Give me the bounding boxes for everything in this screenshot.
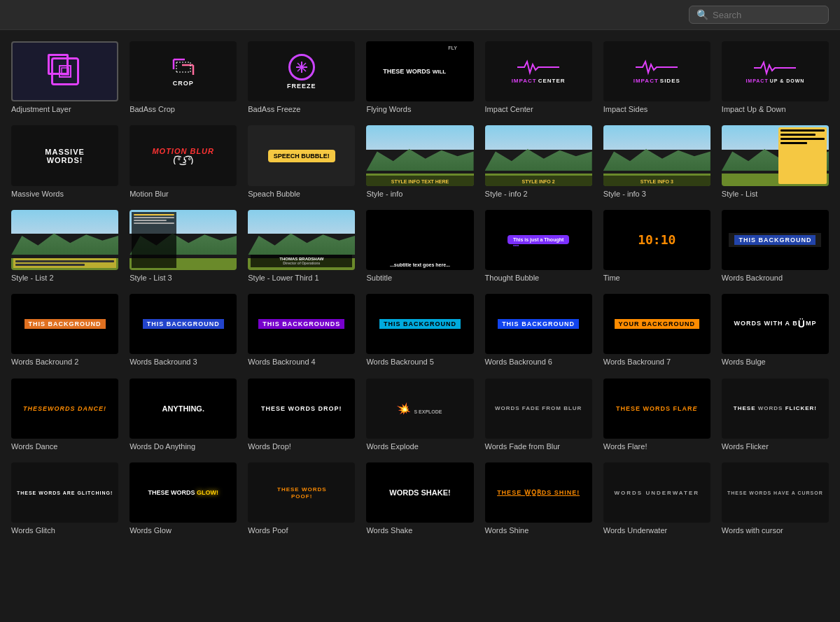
list-item[interactable]: THIS BACKGROUND Words Backround 6	[485, 294, 592, 367]
list-item[interactable]: THESE WORDS GLOW! Words Glow	[130, 462, 237, 535]
item-label: Style - info	[366, 189, 473, 199]
list-item[interactable]: WORDS FADE FROM BLUR Words Fade from Blu…	[485, 379, 592, 451]
item-label: Words Backround 7	[603, 357, 710, 367]
item-label: Words Backround 5	[366, 357, 473, 367]
list-item[interactable]: IMPACT UP & DOWN Impact Up & Down	[722, 41, 829, 114]
item-label: Words Backround 4	[248, 357, 355, 367]
item-label: Style - List 3	[130, 273, 237, 283]
list-item[interactable]: WORDS UNDERWATER Words Underwater	[603, 462, 710, 535]
item-label: Impact Sides	[603, 104, 710, 114]
item-label: Words Backround 3	[130, 357, 237, 367]
list-item[interactable]: THESE W̲O̲R̲DS SHINE! Words Shine	[485, 462, 592, 535]
item-label: Time	[603, 273, 710, 283]
list-item[interactable]: MASSIVE WORDS! Massive Words	[11, 125, 118, 198]
list-item[interactable]: THOMAS BRADSHAW Director of Operations S…	[248, 210, 355, 283]
item-label: BadAss Crop	[130, 104, 237, 114]
item-label: Words Glitch	[11, 525, 118, 535]
list-item[interactable]: THESE WORDS WILL FLY Flying Words	[366, 41, 473, 114]
item-label: Words Bulge	[722, 357, 829, 367]
item-label: BadAss Freeze	[248, 104, 355, 114]
item-label: Words Backround 6	[485, 357, 592, 367]
list-item[interactable]: Adjustment Layer	[11, 41, 118, 114]
list-item[interactable]: 💥 S EXPLODE Words Explode	[366, 379, 473, 451]
list-item[interactable]: IMPACT CENTER Impact Center	[485, 41, 592, 114]
item-label: Style - List 2	[11, 273, 118, 283]
item-label: Motion Blur	[130, 189, 237, 199]
item-label: Style - Lower Third 1	[248, 273, 355, 283]
list-item[interactable]: WORDS SHAKE! Words Shake	[366, 462, 473, 535]
item-label: Style - info 3	[603, 189, 710, 199]
list-item[interactable]: THESE WORDS DROP! Words Drop!	[248, 379, 355, 451]
list-item[interactable]: THIS BACKGROUND Words Backround	[722, 210, 829, 283]
list-item[interactable]: Style - List	[722, 125, 829, 198]
item-label: Thought Bubble	[485, 273, 592, 283]
item-label: Words Shine	[485, 525, 592, 535]
svg-rect-1	[62, 68, 69, 75]
item-label: Words Flicker	[722, 441, 829, 451]
item-label: Words Flare!	[603, 441, 710, 451]
list-item[interactable]: CROP BadAss Crop	[130, 41, 237, 114]
item-label: Words Explode	[366, 441, 473, 451]
item-label: Words with cursor	[722, 525, 829, 535]
list-item[interactable]: THESE WORDS FLICKER! Words Flicker	[722, 379, 829, 451]
item-label: Words Glow	[130, 525, 237, 535]
list-item[interactable]: FREEZE BadAss Freeze	[248, 41, 355, 114]
item-label: Style - List	[722, 189, 829, 199]
item-label: Impact Up & Down	[722, 104, 829, 114]
list-item[interactable]: STYLE INFO 2 Style - info 2	[485, 125, 592, 198]
list-item[interactable]: Style - List 2	[11, 210, 118, 283]
list-item[interactable]: 10:10 Time	[603, 210, 710, 283]
item-label: Flying Words	[366, 104, 473, 114]
grid: Adjustment Layer CROP BadAss Crop	[0, 30, 840, 547]
list-item[interactable]: ANYTHING. Words Do Anything	[130, 379, 237, 451]
item-label: Words Fade from Blur	[485, 441, 592, 451]
list-item[interactable]: MOTION BLUR ( ͡° ͜ʖ ͡°) Motion Blur	[130, 125, 237, 198]
list-item[interactable]: THIS BACKGROUNDS Words Backround 4	[248, 294, 355, 367]
list-item[interactable]: WORDS WITH A BÜMP Words Bulge	[722, 294, 829, 367]
list-item[interactable]: THIS BACKGROUND Words Backround 3	[130, 294, 237, 367]
item-label: Words Do Anything	[130, 441, 237, 451]
item-label: Adjustment Layer	[11, 104, 118, 114]
header: 🔍	[0, 0, 840, 30]
item-label: Words Poof	[248, 525, 355, 535]
list-item[interactable]: THIS BACKGROUND Words Backround 2	[11, 294, 118, 367]
list-item[interactable]: THIS BACKGROUND Words Backround 5	[366, 294, 473, 367]
item-label: Words Backround	[722, 273, 829, 283]
list-item[interactable]: Style - List 3	[130, 210, 237, 283]
item-label: Subtitle	[366, 273, 473, 283]
list-item[interactable]: THESEWORDS DANCE! Words Dance	[11, 379, 118, 451]
item-label: Words Backround 2	[11, 357, 118, 367]
item-label: Style - info 2	[485, 189, 592, 199]
item-label: Words Shake	[366, 525, 473, 535]
search-input[interactable]	[713, 10, 821, 20]
search-icon: 🔍	[696, 9, 708, 20]
search-box[interactable]: 🔍	[689, 6, 829, 24]
item-label: Massive Words	[11, 189, 118, 199]
list-item[interactable]: STYLE INFO 3 Style - info 3	[603, 125, 710, 198]
list-item[interactable]: YOUR BACKGROUND Words Backround 7	[603, 294, 710, 367]
list-item[interactable]: IMPACT SIDES Impact Sides	[603, 41, 710, 114]
list-item[interactable]: THESE WORDS FLARE Words Flare!	[603, 379, 710, 451]
item-label: Speach Bubble	[248, 189, 355, 199]
item-label: Words Underwater	[603, 525, 710, 535]
list-item[interactable]: THESE WORDS ARE GLITCHING! Words Glitch	[11, 462, 118, 535]
list-item[interactable]: ...subtitle text goes here... Subtitle	[366, 210, 473, 283]
item-label: Impact Center	[485, 104, 592, 114]
list-item[interactable]: SPEECH BUBBLE! Speach Bubble	[248, 125, 355, 198]
list-item[interactable]: THESE WORDS HAVE A CURSOR Words with cur…	[722, 462, 829, 535]
list-item[interactable]: THESE WORDS POOF! Words Poof	[248, 462, 355, 535]
list-item[interactable]: This is just a Thought ••• Thought Bubbl…	[485, 210, 592, 283]
item-label: Words Drop!	[248, 441, 355, 451]
list-item[interactable]: STYLE INFO TEXT HERE Style - info	[366, 125, 473, 198]
item-label: Words Dance	[11, 441, 118, 451]
